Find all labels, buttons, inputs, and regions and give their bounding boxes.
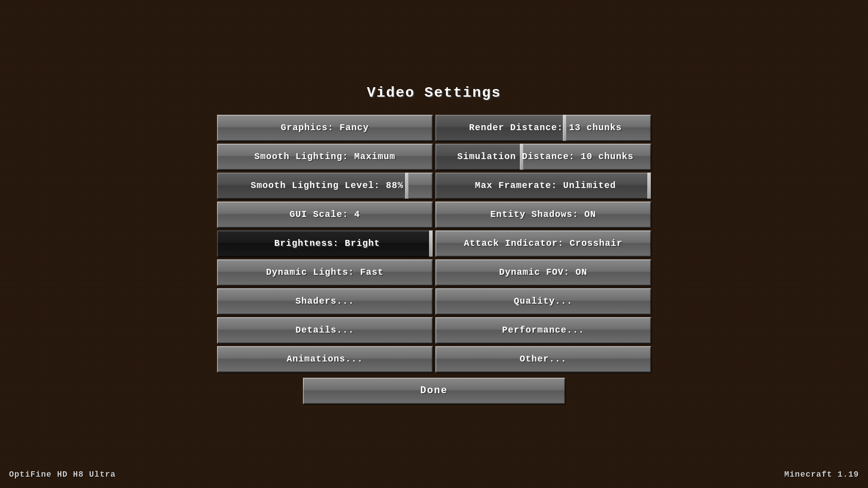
buttons-grid: Graphics: Fancy Render Distance: 13 chun…	[217, 115, 651, 372]
performance-button[interactable]: Performance...	[435, 317, 651, 343]
quality-button[interactable]: Quality...	[435, 288, 651, 314]
simulation-distance-button[interactable]: Simulation Distance: 10 chunks	[435, 144, 651, 170]
max-framerate-label: Max Framerate: Unlimited	[440, 180, 651, 191]
max-framerate-button[interactable]: Max Framerate: Unlimited	[435, 173, 651, 199]
done-button[interactable]: Done	[303, 378, 565, 404]
done-button-wrapper: Done	[217, 378, 651, 404]
graphics-button[interactable]: Graphics: Fancy	[217, 115, 433, 141]
dynamic-fov-button[interactable]: Dynamic FOV: ON	[435, 259, 651, 286]
brightness-label: Brightness: Bright	[222, 238, 433, 249]
optifine-version: OptiFine HD H8 Ultra	[9, 470, 116, 479]
gui-scale-button[interactable]: GUI Scale: 4	[217, 202, 433, 228]
page-title: Video Settings	[367, 84, 501, 101]
smooth-lighting-level-label: Smooth Lighting Level: 88%	[222, 180, 433, 191]
smooth-lighting-level-button[interactable]: Smooth Lighting Level: 88%	[217, 173, 433, 199]
minecraft-version: Minecraft 1.19	[784, 470, 859, 479]
attack-indicator-button[interactable]: Attack Indicator: Crosshair	[435, 230, 651, 257]
brightness-button[interactable]: Brightness: Bright	[217, 230, 433, 257]
dynamic-lights-button[interactable]: Dynamic Lights: Fast	[217, 259, 433, 286]
other-button[interactable]: Other...	[435, 346, 651, 372]
animations-button[interactable]: Animations...	[217, 346, 433, 372]
simulation-distance-label: Simulation Distance: 10 chunks	[440, 151, 651, 162]
entity-shadows-button[interactable]: Entity Shadows: ON	[435, 202, 651, 228]
details-button[interactable]: Details...	[217, 317, 433, 343]
smooth-lighting-button[interactable]: Smooth Lighting: Maximum	[217, 144, 433, 170]
settings-container: Graphics: Fancy Render Distance: 13 chun…	[217, 115, 651, 404]
shaders-button[interactable]: Shaders...	[217, 288, 433, 314]
render-distance-button[interactable]: Render Distance: 13 chunks	[435, 115, 651, 141]
render-distance-label: Render Distance: 13 chunks	[440, 122, 651, 133]
